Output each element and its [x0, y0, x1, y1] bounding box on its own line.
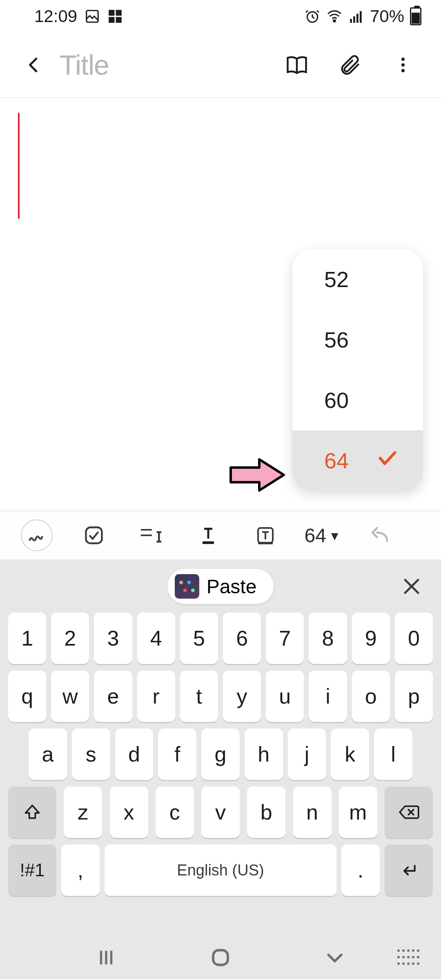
pen-tool[interactable] — [8, 511, 65, 559]
keyboard-row: 1 2 3 4 5 6 7 8 9 0 — [8, 612, 433, 664]
key[interactable]: 9 — [352, 612, 390, 664]
hide-keyboard-button[interactable] — [318, 941, 351, 974]
key[interactable]: t — [180, 670, 218, 722]
key[interactable]: e — [94, 670, 132, 722]
svg-rect-27 — [213, 950, 228, 965]
key[interactable]: u — [266, 670, 304, 722]
shift-key[interactable] — [8, 786, 56, 838]
key[interactable]: 7 — [266, 612, 304, 664]
key[interactable]: m — [339, 786, 377, 838]
key[interactable]: d — [115, 728, 154, 780]
underline-tool[interactable] — [180, 511, 237, 559]
key[interactable]: w — [51, 670, 89, 722]
key[interactable]: r — [137, 670, 175, 722]
gallery-icon — [85, 9, 100, 24]
svg-point-29 — [402, 949, 405, 952]
font-size-dropdown[interactable]: 64▼ — [294, 511, 351, 559]
more-button[interactable] — [389, 51, 417, 79]
key[interactable]: b — [247, 786, 285, 838]
svg-rect-10 — [360, 11, 362, 22]
svg-point-30 — [407, 949, 410, 952]
key[interactable]: k — [331, 728, 369, 780]
note-editor[interactable]: 52 56 60 64 — [0, 98, 441, 510]
annotation-arrow-icon — [227, 455, 288, 494]
svg-point-37 — [417, 956, 419, 958]
text-box-tool[interactable] — [237, 511, 294, 559]
key[interactable]: v — [201, 786, 240, 838]
svg-point-11 — [401, 58, 405, 61]
back-button[interactable] — [20, 51, 48, 79]
key[interactable]: x — [110, 786, 148, 838]
key[interactable]: f — [158, 728, 196, 780]
key[interactable]: j — [288, 728, 326, 780]
recents-button[interactable] — [90, 941, 122, 974]
key[interactable]: 4 — [137, 612, 175, 664]
font-size-option[interactable]: 56 — [292, 310, 423, 370]
enter-key[interactable] — [385, 844, 433, 896]
key[interactable]: a — [29, 728, 67, 780]
key[interactable]: o — [352, 670, 390, 722]
key[interactable]: s — [72, 728, 110, 780]
keyboard: Paste 1 2 3 4 5 6 7 8 9 0 q w e r t y u … — [0, 559, 441, 979]
key[interactable]: . — [341, 844, 380, 896]
keyboard-resize-icon[interactable] — [396, 948, 421, 966]
key[interactable]: , — [61, 844, 100, 896]
key[interactable]: g — [201, 728, 240, 780]
key[interactable]: 5 — [180, 612, 218, 664]
font-size-option-selected[interactable]: 64 — [292, 430, 423, 491]
key[interactable]: q — [8, 670, 46, 722]
undo-button[interactable] — [351, 511, 408, 559]
key[interactable]: l — [374, 728, 412, 780]
title-input[interactable]: Title — [48, 49, 283, 81]
text-style-tool[interactable] — [122, 511, 180, 559]
svg-point-34 — [402, 956, 405, 958]
font-size-option[interactable]: 52 — [292, 249, 423, 310]
symbols-key[interactable]: !#1 — [8, 844, 56, 896]
battery-percent: 70% — [370, 7, 404, 26]
key[interactable]: 1 — [8, 612, 46, 664]
svg-point-12 — [401, 63, 405, 67]
svg-point-6 — [334, 20, 336, 22]
svg-rect-14 — [86, 528, 102, 543]
paste-suggestion[interactable]: Paste — [167, 569, 274, 604]
home-button[interactable] — [204, 941, 237, 974]
key[interactable]: 6 — [223, 612, 261, 664]
svg-point-41 — [412, 962, 414, 965]
key[interactable]: 8 — [309, 612, 347, 664]
key[interactable]: h — [245, 728, 283, 780]
key[interactable]: 0 — [395, 612, 433, 664]
keyboard-row: z x c v b n m — [8, 786, 433, 838]
key[interactable]: i — [309, 670, 347, 722]
status-bar: 12:09 70% — [0, 0, 441, 33]
svg-point-35 — [407, 956, 410, 958]
backspace-key[interactable] — [385, 786, 433, 838]
navigation-bar — [0, 935, 441, 980]
svg-point-36 — [412, 956, 414, 958]
clipboard-thumbnail-icon — [175, 574, 199, 599]
key[interactable]: c — [156, 786, 194, 838]
svg-rect-9 — [356, 14, 359, 23]
reading-mode-button[interactable] — [283, 51, 311, 79]
checkbox-tool[interactable] — [65, 511, 122, 559]
text-cursor — [18, 113, 20, 219]
key[interactable]: y — [223, 670, 261, 722]
svg-point-13 — [401, 69, 405, 72]
font-size-option[interactable]: 60 — [292, 370, 423, 430]
wifi-icon — [326, 9, 343, 24]
font-size-popup: 52 56 60 64 — [292, 249, 423, 491]
svg-point-33 — [397, 956, 400, 958]
key[interactable]: 2 — [51, 612, 89, 664]
key[interactable]: z — [64, 786, 102, 838]
attach-button[interactable] — [336, 51, 364, 79]
space-key[interactable]: English (US) — [105, 844, 336, 896]
svg-point-39 — [402, 962, 405, 965]
key[interactable]: n — [293, 786, 332, 838]
key[interactable]: 3 — [94, 612, 132, 664]
format-toolbar: 64▼ — [0, 510, 441, 559]
keyboard-row: !#1 , English (US) . — [8, 844, 433, 896]
alarm-icon — [305, 9, 320, 24]
svg-point-42 — [417, 962, 419, 965]
key[interactable]: p — [395, 670, 433, 722]
svg-point-32 — [417, 949, 419, 952]
keyboard-close-button[interactable] — [399, 574, 424, 599]
